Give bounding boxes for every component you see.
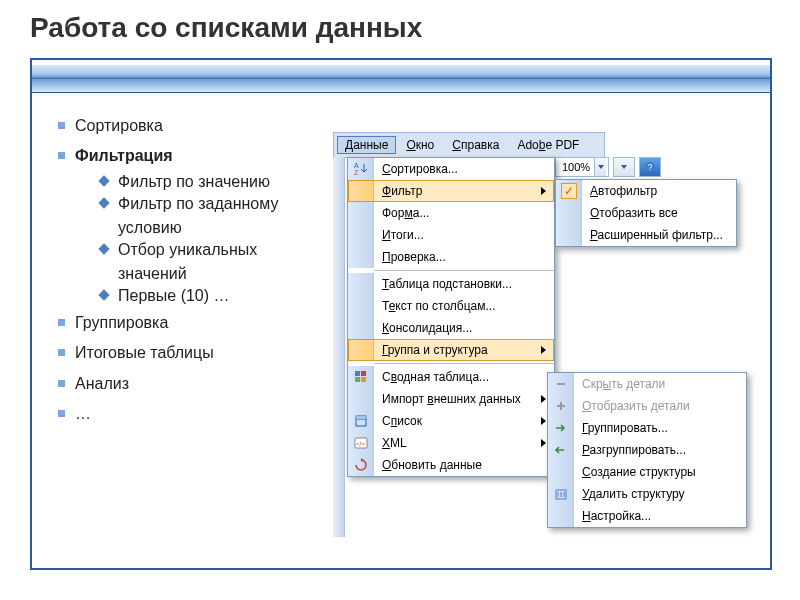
bullet-more: …	[58, 399, 332, 429]
menu-окно[interactable]: Окно	[398, 136, 442, 154]
header-bar	[32, 65, 770, 93]
menu-item[interactable]: Консолидация...	[348, 317, 554, 339]
menu-item-label: Обновить данные	[374, 458, 554, 472]
grp-icon	[548, 417, 574, 439]
page-title: Работа со списками данных	[0, 0, 800, 52]
menu-item-label: Сортировка...	[374, 162, 554, 176]
svg-rect-13	[557, 383, 565, 385]
submenu-arrow-icon	[541, 346, 546, 354]
refresh-icon	[348, 454, 374, 476]
menu-item-label: Настройка...	[574, 509, 746, 523]
menu-item-label: Импорт внешних данных	[374, 392, 541, 406]
blank-icon	[348, 246, 374, 268]
menu-item-label: Отобразить детали	[574, 399, 746, 413]
menu-item[interactable]: Сводная таблица...	[348, 366, 554, 388]
menu-item[interactable]: Скрыть детали	[548, 373, 746, 395]
separator	[374, 270, 554, 271]
menu-item[interactable]: Удалить структуру	[548, 483, 746, 505]
bullet-group: Группировка	[58, 308, 332, 338]
submenu-arrow-icon	[541, 439, 546, 447]
bullet-analysis: Анализ	[58, 369, 332, 399]
pivot-icon	[348, 366, 374, 388]
menu-item-label: Проверка...	[374, 250, 554, 264]
menu-item-label: Текст по столбцам...	[374, 299, 554, 313]
menu-item-label: Фильтр	[374, 184, 541, 198]
menu-item[interactable]: Форма...	[348, 202, 554, 224]
menu-item[interactable]: Текст по столбцам...	[348, 295, 554, 317]
menu-item-label: Отобразить все	[582, 206, 736, 220]
svg-text:A: A	[354, 162, 359, 169]
blank-icon	[348, 273, 374, 295]
blank-icon	[348, 180, 374, 202]
menu-справка[interactable]: Справка	[444, 136, 507, 154]
menu-item[interactable]: Создание структуры	[548, 461, 746, 483]
menu-item-label: Создание структуры	[574, 465, 746, 479]
menu-item[interactable]: Импорт внешних данных	[348, 388, 554, 410]
menu-item[interactable]: </>XML	[348, 432, 554, 454]
bullet-pivot: Итоговые таблицы	[58, 338, 332, 368]
blank-icon	[556, 202, 582, 224]
blank-icon	[556, 224, 582, 246]
menu-item[interactable]: Отобразить детали	[548, 395, 746, 417]
menu-item[interactable]: Группа и структура	[348, 339, 554, 361]
menu-item[interactable]: Настройка...	[548, 505, 746, 527]
svg-rect-4	[355, 371, 360, 376]
submenu-arrow-icon	[541, 417, 546, 425]
menu-item[interactable]: Отобразить все	[556, 202, 736, 224]
help-button[interactable]: ?	[639, 157, 661, 177]
menu-item[interactable]: Расширенный фильтр...	[556, 224, 736, 246]
menu-item[interactable]: Обновить данные	[348, 454, 554, 476]
blank-icon	[348, 295, 374, 317]
menu-item[interactable]: Проверка...	[348, 246, 554, 268]
menu-item-label: XML	[374, 436, 541, 450]
svg-rect-6	[355, 377, 360, 382]
menu-данные[interactable]: Данные	[337, 136, 396, 154]
bullet-filter-sub-0: Фильтр по значению	[100, 170, 332, 194]
blank-icon	[348, 388, 374, 410]
screenshot-menus: ДанныеОкноСправкаAdobe PDF 100% ? AZСорт…	[333, 132, 773, 552]
show-icon	[548, 395, 574, 417]
menu-adobe pdf[interactable]: Adobe PDF	[509, 136, 587, 154]
menu-item-label: Расширенный фильтр...	[582, 228, 736, 242]
menu-item-label: Разгруппировать...	[574, 443, 746, 457]
svg-text:</>: </>	[356, 441, 365, 447]
bullet-filter: Фильтрация	[58, 141, 332, 171]
data-menu-dropdown: AZСортировка...ФильтрФорма...Итоги...Про…	[347, 157, 555, 477]
toolbar-dropdown[interactable]	[613, 157, 635, 177]
svg-rect-15	[557, 405, 565, 407]
bullet-filter-sub-1: Фильтр по заданному условию	[100, 192, 332, 240]
menu-item[interactable]: Итоги...	[348, 224, 554, 246]
svg-text:Z: Z	[354, 169, 359, 176]
zoom-selector[interactable]: 100%	[555, 157, 609, 177]
submenu-arrow-icon	[541, 395, 546, 403]
hide-icon	[548, 373, 574, 395]
menu-item[interactable]: AZСортировка...	[348, 158, 554, 180]
menu-item-label: Итоги...	[374, 228, 554, 242]
blank-icon	[348, 224, 374, 246]
menu-item-label: Таблица подстановки...	[374, 277, 554, 291]
blank-icon	[348, 317, 374, 339]
menu-item-label: Группа и структура	[374, 343, 541, 357]
svg-text:?: ?	[648, 162, 653, 172]
svg-rect-10	[356, 416, 366, 419]
menu-item-label: Скрыть детали	[574, 377, 746, 391]
sidebar-strip	[333, 157, 345, 537]
group-submenu: Скрыть деталиОтобразить деталиГруппирова…	[547, 372, 747, 528]
xml-icon: </>	[348, 432, 374, 454]
menu-item[interactable]: Разгруппировать...	[548, 439, 746, 461]
help-icon: ?	[644, 161, 656, 173]
bullet-sort: Сортировка	[58, 111, 332, 141]
menu-item[interactable]: Список	[348, 410, 554, 432]
bullet-filter-sub-3: Первые (10) …	[100, 284, 332, 308]
separator	[374, 363, 554, 364]
menu-item[interactable]: Фильтр	[348, 180, 554, 202]
blank-icon	[548, 461, 574, 483]
menu-item-label: Сводная таблица...	[374, 370, 554, 384]
bullet-filter-sub-2: Отбор уникальных значений	[100, 238, 332, 286]
ungrp-icon	[548, 439, 574, 461]
menu-item[interactable]: Группировать...	[548, 417, 746, 439]
menubar: ДанныеОкноСправкаAdobe PDF	[333, 132, 605, 158]
menu-item[interactable]: Автофильтр	[556, 180, 736, 202]
menu-item[interactable]: Таблица подстановки...	[348, 273, 554, 295]
bullet-list: Сортировка Фильтрация Фильтр по значению…	[32, 93, 332, 429]
